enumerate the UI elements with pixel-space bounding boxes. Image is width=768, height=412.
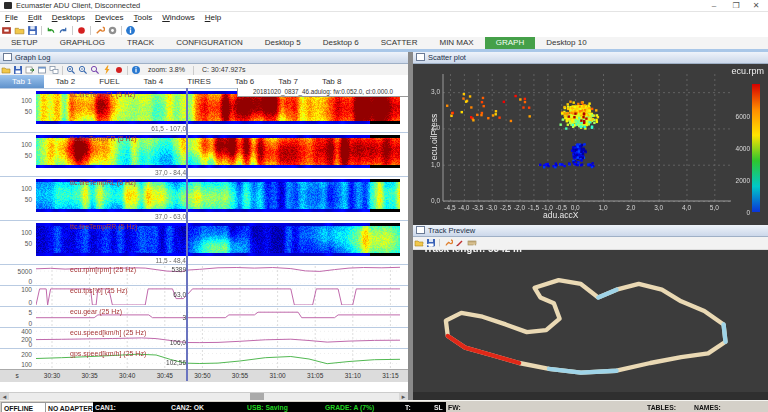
- menu-help[interactable]: Help: [200, 12, 226, 23]
- desktop-tab-scatter[interactable]: SCATTER: [370, 37, 429, 49]
- log-file-tooltip: 20181020_0837_46.adulog: fw:0.052.0, cl:…: [237, 88, 408, 97]
- zoom-out-icon[interactable]: [78, 65, 88, 75]
- line-ytick: 5000: [2, 268, 32, 275]
- desktop-tab-graphlog[interactable]: GRAPHLOG: [49, 37, 116, 49]
- undo-icon[interactable]: [45, 25, 56, 36]
- panel-icon: [3, 53, 12, 61]
- heatmap-range-label: 61,5 - 107,0: [151, 125, 186, 132]
- desktop-tab-configuration[interactable]: CONFIGURATION: [165, 37, 254, 49]
- channel-trace: [36, 338, 400, 343]
- toolbar-separator: [121, 26, 122, 35]
- heatmap-channel-label: ttc.tireTempRR (5 Hz): [70, 223, 137, 230]
- cursor-value-label: 5389: [172, 266, 186, 273]
- menu-desktops[interactable]: Desktops: [47, 12, 90, 23]
- info-icon[interactable]: [125, 25, 136, 36]
- connect-icon[interactable]: [1, 25, 12, 36]
- track-preview-title: Track Preview: [428, 226, 475, 235]
- line-chart-row[interactable]: 50000ecu.rpm[rpm] (25 Hz)5389: [0, 264, 408, 285]
- track-map[interactable]: [413, 255, 768, 390]
- status-sl: SL: [432, 402, 446, 412]
- desktop-tab-setup[interactable]: SETUP: [0, 37, 49, 49]
- line-ytick: 200: [2, 351, 32, 358]
- redo-icon[interactable]: [58, 25, 69, 36]
- graphlog-tab-tab-4[interactable]: Tab 4: [132, 75, 176, 88]
- open-icon[interactable]: [14, 25, 25, 36]
- maximize-button[interactable]: ❒: [726, 0, 746, 11]
- scatter-plot-title: Scatter plot: [428, 53, 466, 62]
- graphlog-tab-fuel[interactable]: FUEL: [87, 75, 131, 88]
- toolbar-separator: [193, 66, 194, 75]
- desktop-tab-desktop-5[interactable]: Desktop 5: [254, 37, 312, 49]
- line-ytick: 0: [2, 278, 32, 285]
- heatmap-ytick: 100: [2, 229, 32, 236]
- heatmap-row[interactable]: 10050ttc.tireTempRL (5 Hz)37,0 - 63,0: [0, 176, 408, 220]
- colorbar-tick: 4000: [726, 145, 750, 152]
- heatmap-row[interactable]: 10050ttc.tireTempRR (5 Hz)11,5 - 48,4: [0, 220, 408, 264]
- gear-icon[interactable]: [107, 25, 118, 36]
- line-chart-row[interactable]: 4002000ecu.speed[km/h] (25 Hz)106,0: [0, 327, 408, 348]
- desktop-tab-min-max[interactable]: MIN MAX: [428, 37, 484, 49]
- track-preview-panel: Track Preview Track length: 5342 m: [413, 225, 768, 404]
- zoom-in-icon[interactable]: [66, 65, 76, 75]
- desktop-tab-graph[interactable]: GRAPH: [485, 37, 535, 49]
- open-icon[interactable]: [1, 65, 11, 75]
- line-chart-row[interactable]: 200100gps.speed[km/h] (25 Hz)102,56: [0, 348, 408, 369]
- line-ytick: 0: [2, 341, 32, 348]
- line-chart-row[interactable]: 1000ecu.tps[%] (25 Hz)63,0: [0, 285, 408, 306]
- graphlog-tab-tab-8[interactable]: Tab 8: [310, 75, 354, 88]
- save-icon[interactable]: [13, 65, 23, 75]
- graphlog-tab-tab-1[interactable]: Tab 1: [0, 75, 44, 88]
- record-icon[interactable]: [76, 25, 87, 36]
- export-icon[interactable]: [25, 65, 35, 75]
- track-sector-segment: [549, 369, 617, 373]
- heatmap-range-label: 11,5 - 48,4: [155, 257, 186, 264]
- toolbar-separator: [127, 66, 128, 75]
- desktop-tab-track[interactable]: TRACK: [116, 37, 165, 49]
- bolt-icon[interactable]: [102, 65, 112, 75]
- colorbar-tick: 2000: [726, 177, 750, 184]
- graphlog-tab-tab-7[interactable]: Tab 7: [266, 75, 310, 88]
- graph-log-plot-area[interactable]: 20181020_0837_46.adulog: fw:0.052.0, cl:…: [0, 88, 408, 392]
- scatter-plot-header[interactable]: Scatter plot: [413, 52, 768, 64]
- graphlog-tab-tab-2[interactable]: Tab 2: [44, 75, 88, 88]
- toolbar-separator: [90, 26, 91, 35]
- menu-devices[interactable]: Devices: [90, 12, 128, 23]
- menu-edit[interactable]: Edit: [23, 12, 47, 23]
- save-icon[interactable]: [27, 25, 38, 36]
- status-no-adapter: NO ADAPTER: [45, 402, 95, 412]
- line-chart-row[interactable]: 50ecu.gear (25 Hz)3: [0, 306, 408, 327]
- close-button[interactable]: ✕: [746, 0, 766, 11]
- time-cursor[interactable]: [186, 88, 188, 381]
- zoom-fit-icon[interactable]: [90, 65, 100, 75]
- window-icon[interactable]: [37, 65, 47, 75]
- time-axis-tick: 30:30: [44, 372, 60, 379]
- record-icon[interactable]: [114, 65, 124, 75]
- zoom-level-label: zoom: 3.8%: [148, 66, 185, 73]
- scatter-y-axis-label: ecu.oilPress: [429, 102, 439, 172]
- status-offline: OFFLINE: [1, 402, 47, 412]
- track-preview-header[interactable]: Track Preview: [413, 225, 768, 237]
- time-axis-tick: 31:10: [345, 372, 361, 379]
- menu-file[interactable]: File: [0, 12, 23, 23]
- menu-windows[interactable]: Windows: [157, 12, 199, 23]
- wrench-icon[interactable]: [94, 25, 105, 36]
- time-axis-tick: 31:00: [269, 372, 285, 379]
- line-channel-label: gps.speed[km/h] (25 Hz): [70, 350, 146, 357]
- desktop-tab-desktop-10[interactable]: Desktop 10: [535, 37, 597, 49]
- scatter-legend-title: ecu.rpm: [731, 66, 764, 76]
- heatmap-ytick: 50: [2, 196, 32, 203]
- status-usb-saving: USB: Saving: [245, 402, 323, 412]
- info-icon[interactable]: [131, 65, 141, 75]
- graphlog-tab-tires[interactable]: TIRES: [175, 75, 223, 88]
- graphlog-tab-tab-6[interactable]: Tab 6: [223, 75, 267, 88]
- minimize-button[interactable]: –: [704, 0, 724, 11]
- line-ytick: 100: [2, 361, 32, 368]
- line-ytick: 400: [2, 328, 32, 335]
- scatter-plot-canvas[interactable]: [413, 64, 768, 214]
- windows-icon[interactable]: [49, 65, 59, 75]
- graph-log-header[interactable]: Graph Log: [0, 52, 408, 64]
- heatmap-row[interactable]: 10050ttc.tireTempFR (5 Hz)37,0 - 84,4: [0, 132, 408, 176]
- desktop-tab-desktop-6[interactable]: Desktop 6: [312, 37, 370, 49]
- toolbar-separator: [41, 26, 42, 35]
- menu-tools[interactable]: Tools: [129, 12, 158, 23]
